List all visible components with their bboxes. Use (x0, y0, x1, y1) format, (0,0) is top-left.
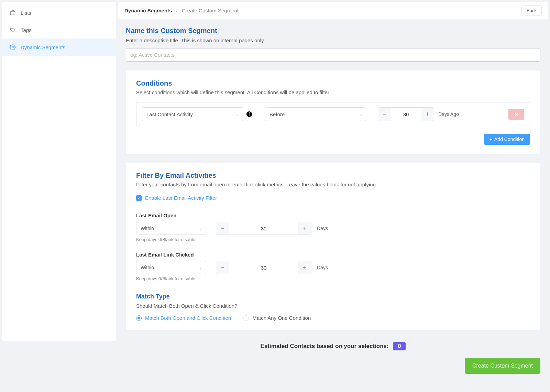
svg-point-1 (11, 29, 12, 29)
enable-filter-label: Enable Last Email Activity Filter (145, 195, 217, 201)
briefcase-icon (10, 10, 16, 16)
conditions-card: Conditions Select conditions which will … (126, 70, 540, 154)
remove-condition-button[interactable]: ✕ (508, 109, 524, 120)
condition-field-select[interactable]: Last Contact Activity ⌄ (142, 107, 243, 121)
breadcrumb-current: Create Custom Segment (182, 8, 239, 13)
plus-icon: + (490, 137, 492, 142)
last-email-click-label: Last Email Link Clicked (136, 252, 530, 258)
button-label: Add Condition (494, 137, 525, 142)
chevron-down-icon: ⌄ (199, 265, 202, 270)
back-button[interactable]: Back (521, 6, 542, 15)
gear-icon (10, 44, 16, 50)
tag-icon (10, 27, 16, 33)
info-icon[interactable]: i (246, 111, 252, 117)
stepper-value[interactable] (229, 261, 298, 274)
name-section-title: Name this Custom Segment (126, 27, 540, 35)
svg-point-2 (12, 46, 14, 48)
click-operator-select[interactable]: Within ⌄ (136, 261, 206, 274)
add-condition-button[interactable]: + Add Condition (484, 134, 530, 145)
conditions-title: Conditions (136, 79, 530, 87)
email-activities-desc: Filter your contacts by from email open … (136, 182, 530, 187)
radio-label: Match Both Open and Click Condition (145, 315, 231, 321)
sidebar-item-tags[interactable]: Tags (2, 21, 116, 39)
sidebar-item-lists[interactable]: Lists (2, 4, 116, 21)
sidebar: Lists Tags Dynamic Segments (2, 2, 116, 341)
stepper-decrement[interactable]: − (216, 222, 229, 235)
radio-label: Match Any One Condition (252, 315, 311, 321)
condition-value-stepper: − + (378, 107, 434, 121)
match-type-desc: Should Match Both Open & Click Condition… (136, 303, 530, 309)
estimate-label: Estimated Contacts based on your selecti… (261, 343, 389, 349)
email-activities-card: Filter By Email Activities Filter your c… (126, 163, 540, 330)
estimate-row: Estimated Contacts based on your selecti… (126, 342, 540, 350)
radio-dot-icon (136, 315, 142, 321)
name-section-desc: Enter a descriptive title. This is shown… (126, 37, 540, 43)
estimate-value-badge: 0 (393, 342, 406, 350)
unit-label: Days (317, 265, 328, 270)
open-value-stepper: − + (216, 222, 311, 235)
stepper-value[interactable] (391, 108, 421, 121)
radio-match-both[interactable]: Match Both Open and Click Condition (136, 315, 231, 321)
match-type-title: Match Type (136, 293, 530, 300)
conditions-desc: Select conditions which will define this… (136, 89, 530, 95)
breadcrumb-root[interactable]: Dynamic Segments (124, 8, 172, 13)
condition-row: Last Contact Activity ⌄ i Before ⌄ − + (136, 102, 530, 126)
create-segment-button[interactable]: Create Custom Segment (465, 358, 540, 374)
segment-name-input[interactable] (126, 48, 540, 62)
chevron-down-icon: ⌄ (236, 112, 239, 117)
open-hint: Keep days 0/Blank for disable (136, 237, 530, 242)
click-value-stepper: − + (216, 261, 311, 274)
radio-match-any[interactable]: Match Any One Condition (243, 315, 311, 321)
stepper-increment[interactable]: + (298, 222, 311, 235)
checkbox-checked-icon[interactable]: ✓ (136, 195, 142, 201)
match-type-radio-group: Match Both Open and Click Condition Matc… (136, 315, 530, 321)
content: Name this Custom Segment Enter a descrip… (118, 19, 548, 390)
breadcrumb: Dynamic Segments / Create Custom Segment (124, 8, 239, 13)
svg-rect-0 (10, 11, 15, 15)
select-value: Last Contact Activity (146, 111, 193, 117)
condition-operator-select[interactable]: Before ⌄ (265, 107, 366, 121)
click-hint: Keep days 0/Blank for disable (136, 276, 530, 281)
enable-filter-row[interactable]: ✓ Enable Last Email Activity Filter (136, 195, 530, 201)
sidebar-item-label: Lists (21, 10, 31, 16)
main: Dynamic Segments / Create Custom Segment… (118, 2, 548, 390)
unit-label: Days (317, 226, 328, 231)
select-value: Before (270, 111, 285, 117)
close-icon: ✕ (514, 111, 519, 118)
chevron-down-icon: ⌄ (359, 112, 362, 117)
sidebar-item-label: Dynamic Segments (21, 44, 65, 50)
chevron-down-icon: ⌄ (199, 226, 202, 231)
stepper-increment[interactable]: + (298, 261, 311, 274)
topbar: Dynamic Segments / Create Custom Segment… (118, 2, 548, 19)
stepper-increment[interactable]: + (421, 108, 434, 121)
select-value: Within (141, 265, 154, 270)
unit-label: Days Ago (438, 111, 459, 117)
open-operator-select[interactable]: Within ⌄ (136, 222, 206, 235)
email-activities-title: Filter By Email Activities (136, 172, 530, 179)
stepper-decrement[interactable]: − (216, 261, 229, 274)
sidebar-item-dynamic-segments[interactable]: Dynamic Segments (2, 39, 116, 56)
breadcrumb-separator: / (176, 8, 178, 13)
sidebar-item-label: Tags (21, 27, 32, 33)
select-value: Within (141, 226, 154, 231)
stepper-decrement[interactable]: − (378, 108, 391, 121)
radio-dot-icon (243, 315, 249, 321)
last-email-open-label: Last Email Open (136, 213, 530, 218)
stepper-value[interactable] (229, 222, 298, 235)
